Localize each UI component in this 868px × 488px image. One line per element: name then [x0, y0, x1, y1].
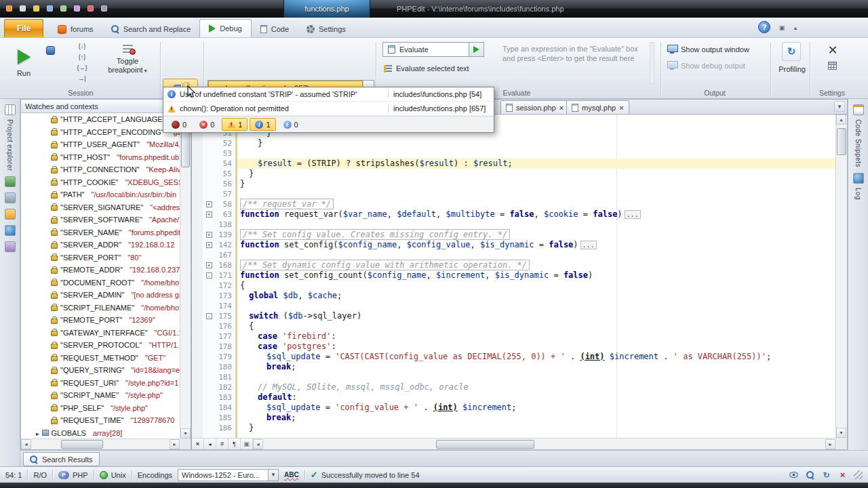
filter-warning-button[interactable]: 1	[222, 118, 248, 131]
breakpoint-cell[interactable]	[192, 362, 203, 372]
code-line[interactable]: 177case 'firebird':	[192, 331, 835, 342]
help-icon[interactable]: ?	[758, 21, 770, 33]
cut-button[interactable]	[824, 42, 840, 57]
expand-fold-icon[interactable]: +	[206, 211, 212, 218]
readonly-indicator[interactable]: R/O	[33, 471, 47, 479]
code-line[interactable]: -175switch ($db->sql_layer)	[192, 311, 835, 321]
files-icon[interactable]	[5, 209, 16, 220]
chevron-down-icon[interactable]: ▼	[268, 469, 279, 481]
watch-row[interactable]: "SERVER_PORT""80"	[21, 251, 180, 264]
run-button[interactable]: Run	[8, 41, 39, 85]
breakpoint-cell[interactable]	[192, 331, 203, 342]
breakpoint-cell[interactable]	[192, 220, 203, 230]
code-line[interactable]: 173global $db, $cache;	[192, 291, 835, 301]
code-line[interactable]: 184$sql_update = 'config_value + ' . (in…	[192, 403, 835, 413]
watch-row[interactable]: "GATEWAY_INTERFACE""CGI/1.1	[21, 327, 180, 340]
options-icon[interactable]	[98, 3, 110, 14]
step-into-button[interactable]	[68, 41, 96, 52]
code-explorer-icon[interactable]	[5, 176, 16, 187]
breakpoint-cell[interactable]	[192, 240, 203, 250]
expand-fold-icon[interactable]: +	[206, 201, 212, 207]
step-over-button[interactable]	[68, 62, 96, 73]
close-icon[interactable]	[837, 470, 848, 480]
breakpoint-cell[interactable]	[192, 423, 203, 433]
breakpoint-cell[interactable]	[192, 138, 203, 148]
web-icon[interactable]	[5, 225, 16, 236]
message-row[interactable]: chown(): Operation not permittedincludes…	[163, 102, 494, 116]
code-area[interactable]: 51}52}5354$result = (STRIP) ? stripslash…	[192, 115, 835, 438]
pin-icon[interactable]: ▣	[777, 23, 787, 33]
watch-row[interactable]: "HTTP_ACCEPT_ENCODING""gzip	[21, 126, 180, 139]
code-text[interactable]: /** request_var */	[237, 199, 835, 209]
evaluate-selected-button[interactable]: Evaluate selected text	[382, 62, 471, 75]
code-text[interactable]: case 'firebird':	[237, 331, 835, 342]
profiling-button[interactable]	[782, 42, 801, 61]
collapse-fold-icon[interactable]: -	[206, 313, 212, 319]
breakpoint-cell[interactable]	[192, 372, 203, 382]
code-line[interactable]: 172{	[192, 281, 835, 291]
breakpoint-cell[interactable]	[192, 352, 203, 362]
ribbon-tab-file[interactable]: File	[4, 19, 43, 37]
code-text[interactable]: }	[237, 138, 835, 148]
breakpoint-cell[interactable]	[192, 342, 203, 352]
run-quick-icon[interactable]	[85, 3, 96, 14]
code-line[interactable]: 182// MySQL, SQlite, mssql, mssql_odbc, …	[192, 382, 835, 392]
evaluate-go-button[interactable]	[469, 42, 484, 57]
scroll-up-icon[interactable]: ▲	[836, 115, 846, 125]
expand-fold-icon[interactable]: +	[206, 242, 212, 248]
watch-row[interactable]: "QUERY_STRING""id=18&lang=en	[21, 364, 180, 377]
code-snippets-label[interactable]: Code Snippets	[854, 119, 862, 167]
code-text[interactable]: function set_config($config_name, $confi…	[237, 240, 835, 250]
watch-row[interactable]: "SERVER_ADDR""192.168.0.12	[21, 239, 180, 251]
watch-row[interactable]: "REMOTE_PORT""12369"	[21, 314, 180, 327]
editor-tab-session-php[interactable]: session.php	[500, 100, 569, 114]
scrollbar-thumb[interactable]	[61, 440, 103, 449]
redo-icon[interactable]	[71, 3, 83, 14]
code-line[interactable]: 56}	[192, 179, 835, 189]
database-icon[interactable]	[5, 241, 16, 252]
breakpoint-cell[interactable]	[192, 413, 203, 423]
code-text[interactable]: }	[237, 169, 835, 179]
scroll-right-icon[interactable]: ►	[825, 439, 835, 449]
grid-settings-button[interactable]	[824, 58, 840, 73]
project-explorer-label[interactable]: Project explorer	[6, 119, 14, 171]
code-line[interactable]: 181	[192, 372, 835, 382]
watch-row[interactable]: "SERVER_PROTOCOL""HTTP/1.1	[21, 339, 180, 352]
watch-row[interactable]: "SERVER_SIGNATURE""<address	[21, 201, 180, 214]
code-text[interactable]	[237, 250, 835, 260]
open-file-icon[interactable]	[31, 3, 42, 14]
breakpoint-cell[interactable]	[192, 382, 203, 392]
code-text[interactable]: break;	[237, 362, 835, 372]
refresh-icon[interactable]	[821, 470, 831, 480]
expand-fold-icon[interactable]: +	[206, 262, 212, 268]
breakpoint-cell[interactable]	[192, 189, 203, 199]
code-line[interactable]: 138	[192, 220, 835, 230]
watch-row[interactable]: "PATH""/usr/local/bin:/usr/bin:/bin	[21, 188, 180, 201]
encoding-combo[interactable]: Windows-1252 - Euro... ▼	[178, 469, 279, 481]
code-text[interactable]: {	[237, 321, 835, 331]
split-icon[interactable]	[204, 439, 216, 449]
classes-icon[interactable]	[5, 192, 16, 203]
code-text[interactable]: $sql_update = 'config_value + ' . (int) …	[237, 403, 835, 413]
search-results-tab[interactable]: Search Results	[23, 452, 100, 466]
editor-tab-mysql-php[interactable]: mysql.php	[566, 100, 629, 114]
code-text[interactable]: default:	[237, 392, 835, 403]
watch-row[interactable]: "HTTP_COOKIE""XDEBUG_SESSIC	[21, 176, 180, 189]
close-icon[interactable]	[192, 439, 204, 449]
ribbon-tab-forums[interactable]: forums	[49, 21, 102, 37]
breakpoint-cell[interactable]	[192, 301, 203, 311]
eye-icon[interactable]	[789, 470, 799, 480]
code-text[interactable]: global $db, $cache;	[237, 291, 835, 301]
watch-row[interactable]: "HTTP_HOST""forums.phpedit.ub	[21, 151, 180, 164]
code-text[interactable]	[237, 372, 835, 382]
watch-row[interactable]: "SERVER_SOFTWARE""Apache/2.	[21, 214, 180, 226]
breakpoint-cell[interactable]	[192, 169, 203, 179]
project-explorer-icon[interactable]	[5, 104, 16, 115]
line-ending-indicator[interactable]: Unix	[100, 471, 126, 479]
hash-icon[interactable]	[216, 439, 229, 449]
code-line[interactable]: 176{	[192, 321, 835, 331]
watch-row[interactable]: "SERVER_NAME""forums.phpedit.	[21, 226, 180, 239]
scrollbar-thumb[interactable]	[837, 128, 846, 155]
close-icon[interactable]	[559, 104, 564, 112]
code-line[interactable]: +142function set_config($config_name, $c…	[192, 240, 835, 250]
